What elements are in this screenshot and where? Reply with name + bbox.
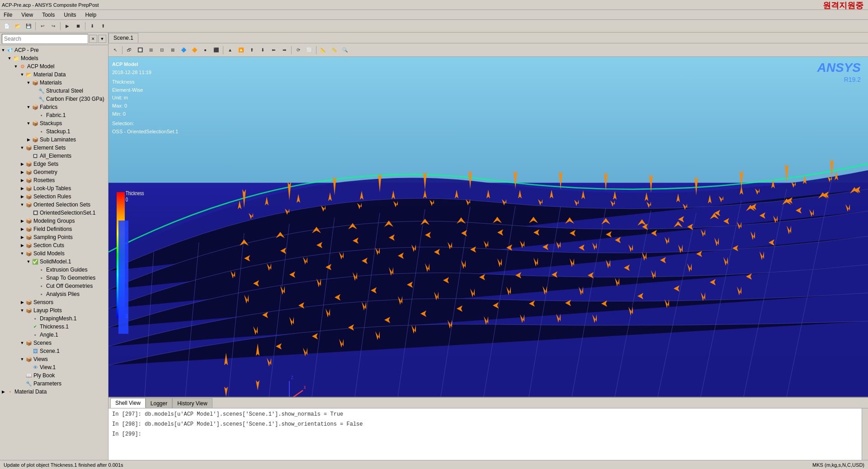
tree-item-cut-off-geometries[interactable]: ▪ Cut Off Geometries <box>0 282 108 290</box>
tab-scene1[interactable]: Scene.1 <box>108 33 138 43</box>
tree-item-ply-book[interactable]: 📖 Ply Book <box>0 371 108 380</box>
tree-item-material-data-bottom[interactable]: ▶ ▪ Material Data <box>0 388 108 396</box>
tree-item-stackups[interactable]: ▼ 📦 Stackups <box>0 119 108 127</box>
tree-item-solid-model1[interactable]: ▼ ✅ SolidModel.1 <box>0 258 108 266</box>
tree-item-fabrics[interactable]: ▼ 📦 Fabrics <box>0 103 108 111</box>
tree-item-modeling-groups[interactable]: ▶ 📦 Modeling Groups <box>0 217 108 225</box>
tree-item-extrusion-guides[interactable]: ▪ Extrusion Guides <box>0 266 108 274</box>
expand-lookup-tables[interactable]: ▶ <box>19 185 25 192</box>
tree-item-acp-model[interactable]: ▼ ⚙ ACP Model <box>0 62 108 70</box>
tree-item-rosettes[interactable]: ▶ 📦 Rosettes <box>0 176 108 184</box>
expand-material-data[interactable]: ▼ <box>19 71 25 78</box>
scene-toolbar-btn-17[interactable]: ⟳ <box>293 45 303 55</box>
tree-item-carbon-fiber[interactable]: 🔧 Carbon Fiber (230 GPa) <box>0 95 108 103</box>
scene-toolbar-btn-12[interactable]: 🔼 <box>236 45 246 55</box>
tree-item-selection-rules[interactable]: ▶ 📦 Selection Rules <box>0 192 108 201</box>
toolbar-update[interactable]: ▶ <box>62 21 72 31</box>
toolbar-stop[interactable]: ⏹ <box>73 21 83 31</box>
search-clear-button[interactable]: ✕ <box>89 35 97 43</box>
expand-acp-model[interactable]: ▼ <box>13 63 19 70</box>
tree-item-thickness1[interactable]: ✔ Thickness.1 <box>0 323 108 331</box>
scene-toolbar-btn-16[interactable]: ➡ <box>279 45 289 55</box>
expand-selection-rules[interactable]: ▶ <box>19 193 25 200</box>
tree-panel[interactable]: ▼ 💎 ACP - Pre ▼ 📁 Models ▼ ⚙ ACP Model <box>0 45 108 460</box>
scene-toolbar-btn-6[interactable]: ⊠ <box>168 45 178 55</box>
tree-item-geometry[interactable]: ▶ 📦 Geometry <box>0 168 108 176</box>
expand-section-cuts[interactable]: ▶ <box>19 242 25 249</box>
tree-item-sensors[interactable]: ▶ 📦 Sensors <box>0 298 108 306</box>
expand-fabric1[interactable] <box>32 112 38 118</box>
toolbar-import[interactable]: ⬇ <box>87 21 97 31</box>
tree-item-solid-models[interactable]: ▼ 📦 Solid Models <box>0 249 108 258</box>
tree-item-layup-plots[interactable]: ▼ 📦 Layup Plots <box>0 306 108 314</box>
tree-item-analysis-plies[interactable]: ▪ Analysis Plies <box>0 290 108 298</box>
scene-toolbar-btn-2[interactable]: 🗗 <box>124 45 134 55</box>
tree-item-view1[interactable]: 👁 View.1 <box>0 363 108 371</box>
toolbar-save[interactable]: 💾 <box>24 21 33 31</box>
expand-material-data-bottom[interactable]: ▶ <box>0 389 6 395</box>
tree-item-material-data[interactable]: ▼ 📂 Material Data <box>0 70 108 79</box>
tree-item-field-definitions[interactable]: ▶ 📦 Field Definitions <box>0 225 108 233</box>
scene-toolbar-btn-8[interactable]: 🔶 <box>189 45 199 55</box>
tree-item-snap-to-geometries[interactable]: ▪ Snap To Geometries <box>0 274 108 282</box>
search-input[interactable] <box>2 34 88 44</box>
tree-item-views[interactable]: ▼ 📦 Views <box>0 355 108 363</box>
toolbar-new[interactable]: 📄 <box>2 21 12 31</box>
tree-item-acp-pre[interactable]: ▼ 💎 ACP - Pre <box>0 46 108 54</box>
expand-stackups[interactable]: ▼ <box>25 120 32 127</box>
tree-item-materials[interactable]: ▼ 📦 Materials <box>0 79 108 87</box>
expand-element-sets[interactable]: ▼ <box>19 145 25 151</box>
expand-models[interactable]: ▼ <box>6 55 13 61</box>
expand-sensors[interactable]: ▶ <box>19 299 25 305</box>
tree-item-structural-steel[interactable]: 🔧 Structural Steel <box>0 87 108 95</box>
expand-carbon-fiber[interactable] <box>32 96 38 102</box>
expand-sampling-points[interactable]: ▶ <box>19 234 25 240</box>
expand-fabrics[interactable]: ▼ <box>25 104 32 110</box>
scene-toolbar-btn-21[interactable]: 🔍 <box>340 45 350 55</box>
tree-item-lookup-tables[interactable]: ▶ 📦 Look-Up Tables <box>0 184 108 192</box>
scene-toolbar-btn-9[interactable]: ● <box>200 45 210 55</box>
expand-solid-model1[interactable]: ▼ <box>25 258 32 265</box>
expand-sub-laminates[interactable]: ▶ <box>25 136 32 143</box>
tree-item-all-elements[interactable]: 🔲 All_Elements <box>0 152 108 160</box>
expand-rosettes[interactable]: ▶ <box>19 177 25 183</box>
tree-item-sampling-points[interactable]: ▶ 📦 Sampling Points <box>0 233 108 241</box>
tree-item-oss1[interactable]: 🔲 OrientedSelectionSet.1 <box>0 209 108 217</box>
tree-item-angle1[interactable]: ▪ Angle.1 <box>0 331 108 339</box>
scene-toolbar-btn-5[interactable]: ⊟ <box>157 45 167 55</box>
menu-view[interactable]: View <box>19 11 35 19</box>
menu-file[interactable]: File <box>2 11 14 19</box>
menu-help[interactable]: Help <box>84 11 99 19</box>
tree-item-parameters[interactable]: 🔧 Parameters <box>0 380 108 388</box>
toolbar-export[interactable]: ⬆ <box>98 21 108 31</box>
scene-toolbar-btn-4[interactable]: ⊞ <box>146 45 156 55</box>
toolbar-redo[interactable]: ↪ <box>48 21 58 31</box>
tree-item-fabric1[interactable]: ▪ Fabric.1 <box>0 111 108 119</box>
scene-toolbar-btn-20[interactable]: 📏 <box>329 45 339 55</box>
expand-structural-steel[interactable] <box>32 88 38 94</box>
tree-item-element-sets[interactable]: ▼ 📦 Element Sets <box>0 144 108 152</box>
menu-units[interactable]: Units <box>62 11 78 19</box>
expand-materials[interactable]: ▼ <box>25 80 32 86</box>
scene-toolbar-btn-3[interactable]: 🔲 <box>135 45 145 55</box>
expand-solid-models[interactable]: ▼ <box>19 250 25 257</box>
expand-field-definitions[interactable]: ▶ <box>19 226 25 232</box>
tree-item-sub-laminates[interactable]: ▶ 📦 Sub Laminates <box>0 136 108 144</box>
toolbar-undo[interactable]: ↩ <box>38 21 47 31</box>
scene-toolbar-btn-10[interactable]: ⬛ <box>211 45 221 55</box>
tab-history-view[interactable]: History View <box>172 398 212 408</box>
viewport[interactable]: Thickness 0 0 <box>108 57 868 397</box>
scene-toolbar-btn-19[interactable]: 📐 <box>318 45 328 55</box>
expand-scenes[interactable]: ▼ <box>19 340 25 346</box>
menu-tools[interactable]: Tools <box>40 11 57 19</box>
toolbar-open[interactable]: 📂 <box>13 21 23 31</box>
tab-logger[interactable]: Logger <box>146 398 172 408</box>
console-scrollbar[interactable] <box>862 408 868 460</box>
search-options-button[interactable]: ▼ <box>98 35 106 43</box>
scene-toolbar-btn-13[interactable]: ⬆ <box>247 45 257 55</box>
tree-item-draping-mesh1[interactable]: ▪ DrapingMesh.1 <box>0 314 108 323</box>
console-area[interactable]: In [297]: db.models[u'ACP Model'].scenes… <box>108 408 868 460</box>
tree-item-models[interactable]: ▼ 📁 Models <box>0 54 108 62</box>
expand-modeling-groups[interactable]: ▶ <box>19 218 25 224</box>
scene-toolbar-btn-15[interactable]: ⬅ <box>269 45 278 55</box>
